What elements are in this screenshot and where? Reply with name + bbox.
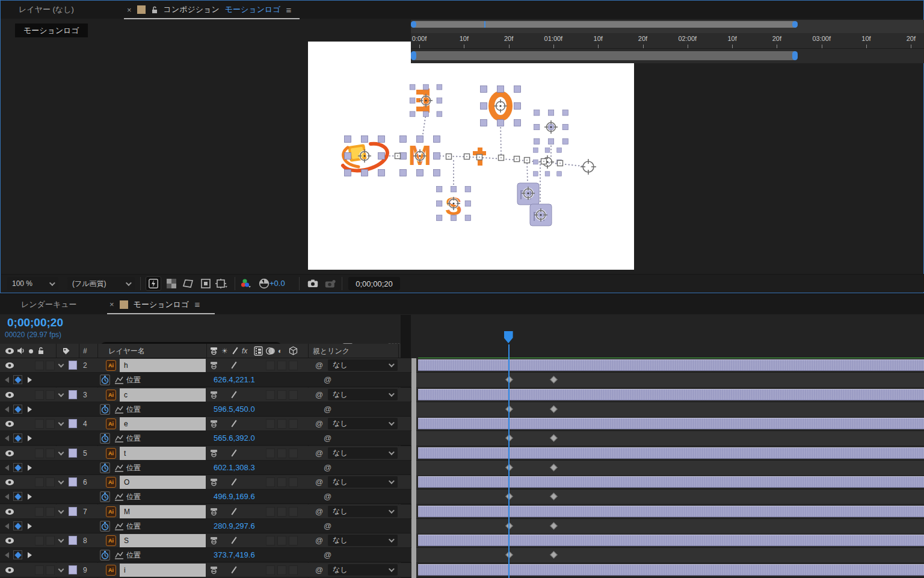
lock-icon[interactable] [37, 347, 45, 355]
parent-pickwhip-icon[interactable]: @ [315, 475, 323, 489]
quality-toggle[interactable] [231, 567, 236, 574]
prev-keyframe-button[interactable] [5, 377, 9, 383]
resolution-dropdown[interactable]: (フル画質) [67, 277, 135, 290]
expand-chevron-icon[interactable] [58, 450, 64, 456]
solo-toggle[interactable] [46, 390, 55, 400]
position-value[interactable]: 373.7,419.6 [214, 548, 255, 562]
position-value[interactable]: 565.6,392.0 [214, 431, 255, 446]
panel-menu-icon[interactable]: ≡ [286, 5, 292, 15]
position-property-row[interactable]: 位置 596.5,450.0 @ [0, 402, 924, 417]
work-area-end-handle[interactable] [792, 51, 798, 60]
layer-duration-bar[interactable] [418, 564, 924, 576]
column-parent-link[interactable]: 親とリンク [313, 344, 350, 358]
timeline-navigator[interactable] [411, 20, 924, 33]
quality-toggle[interactable] [231, 537, 236, 544]
position-value[interactable]: 496.9,169.6 [214, 489, 255, 504]
quality-toggle[interactable] [231, 362, 236, 369]
next-keyframe-button[interactable] [28, 494, 32, 500]
navigator-start-handle[interactable] [411, 21, 416, 28]
label-color-swatch[interactable] [69, 419, 77, 428]
switch-box[interactable] [289, 390, 298, 400]
property-track[interactable] [411, 548, 924, 562]
expand-chevron-icon[interactable] [58, 479, 64, 485]
switch-box[interactable] [277, 390, 286, 400]
property-name[interactable]: 位置 [126, 373, 141, 387]
property-name[interactable]: 位置 [126, 402, 141, 417]
label-color-swatch[interactable] [69, 449, 77, 458]
add-keyframe-button[interactable] [13, 463, 22, 472]
layer-duration-bar[interactable] [418, 506, 924, 517]
column-index[interactable]: # [83, 344, 87, 358]
next-keyframe-button[interactable] [28, 523, 32, 529]
position-property-row[interactable]: 位置 626.4,221.1 @ [0, 373, 924, 387]
parent-dropdown[interactable]: なし [328, 506, 398, 517]
audio-toggle[interactable] [35, 477, 44, 487]
position-property-row[interactable]: 位置 373.7,419.6 @ [0, 548, 924, 562]
switch-box[interactable] [289, 507, 298, 517]
audio-toggle[interactable] [35, 536, 44, 545]
stopwatch-icon[interactable] [100, 404, 110, 415]
solo-toggle[interactable] [46, 419, 55, 429]
cube-3d-icon[interactable] [289, 346, 298, 355]
next-keyframe-button[interactable] [28, 465, 32, 471]
quality-icon[interactable] [232, 347, 238, 355]
shy-icon[interactable] [209, 566, 218, 574]
property-name[interactable]: 位置 [126, 461, 141, 475]
switch-box[interactable] [266, 419, 275, 429]
layer-row[interactable]: 4 Ai e @ なし [0, 417, 924, 431]
eye-icon[interactable] [5, 347, 14, 355]
prev-keyframe-button[interactable] [5, 406, 9, 412]
prev-keyframe-button[interactable] [5, 435, 9, 441]
property-pickwhip-icon[interactable]: @ [324, 489, 331, 504]
shy-icon[interactable] [209, 391, 218, 399]
comp-navigator-breadcrumb[interactable]: モーションロゴ [15, 23, 88, 37]
property-track[interactable] [411, 519, 924, 533]
fast-previews-button[interactable] [146, 276, 161, 291]
switch-box[interactable] [266, 477, 275, 487]
parent-pickwhip-icon[interactable]: @ [315, 563, 323, 577]
take-snapshot-button[interactable] [305, 276, 321, 291]
label-icon[interactable] [62, 347, 70, 355]
solo-icon[interactable] [29, 349, 33, 353]
property-track[interactable] [411, 461, 924, 475]
parent-dropdown[interactable]: なし [328, 476, 398, 488]
property-track[interactable] [411, 402, 924, 417]
tab-layer-panel[interactable]: レイヤー (なし) [19, 1, 74, 19]
parent-dropdown[interactable]: なし [328, 359, 398, 371]
stopwatch-icon[interactable] [100, 374, 110, 385]
prev-keyframe-button[interactable] [5, 494, 9, 500]
switch-box[interactable] [277, 361, 286, 370]
stopwatch-icon[interactable] [100, 491, 110, 502]
panel-menu-icon[interactable]: ≡ [194, 299, 200, 309]
position-value[interactable]: 626.4,221.1 [214, 373, 255, 387]
eye-icon[interactable] [5, 362, 14, 369]
eye-icon[interactable] [5, 479, 14, 486]
audio-toggle[interactable] [35, 419, 44, 429]
transparency-grid-button[interactable] [164, 276, 179, 291]
quality-toggle[interactable] [231, 420, 236, 427]
graph-icon[interactable] [114, 376, 124, 384]
graph-icon[interactable] [114, 493, 124, 501]
position-property-row[interactable]: 位置 565.6,392.0 @ [0, 431, 924, 446]
layer-name[interactable]: c [124, 388, 128, 402]
property-pickwhip-icon[interactable]: @ [324, 373, 331, 387]
property-track[interactable] [411, 489, 924, 504]
add-keyframe-button[interactable] [13, 405, 22, 414]
solo-toggle[interactable] [46, 361, 55, 370]
label-color-swatch[interactable] [69, 565, 77, 574]
parent-dropdown[interactable]: なし [328, 389, 398, 400]
solo-toggle[interactable] [46, 477, 55, 487]
parent-pickwhip-icon[interactable]: @ [315, 533, 323, 548]
eye-icon[interactable] [5, 567, 14, 574]
tab-render-queue[interactable]: レンダーキュー [21, 296, 77, 314]
next-keyframe-button[interactable] [28, 435, 32, 441]
layer-name[interactable]: e [124, 417, 128, 431]
stopwatch-icon[interactable] [100, 462, 110, 473]
effects-icon[interactable]: fx [242, 344, 247, 358]
shy-icon[interactable] [209, 449, 218, 458]
parent-dropdown[interactable]: なし [328, 447, 398, 459]
position-value[interactable]: 280.9,297.6 [214, 519, 255, 533]
layer-row[interactable]: 8 Ai S @ なし [0, 533, 924, 548]
add-keyframe-button[interactable] [13, 434, 22, 443]
magnification-dropdown[interactable]: 100 % [7, 277, 58, 290]
